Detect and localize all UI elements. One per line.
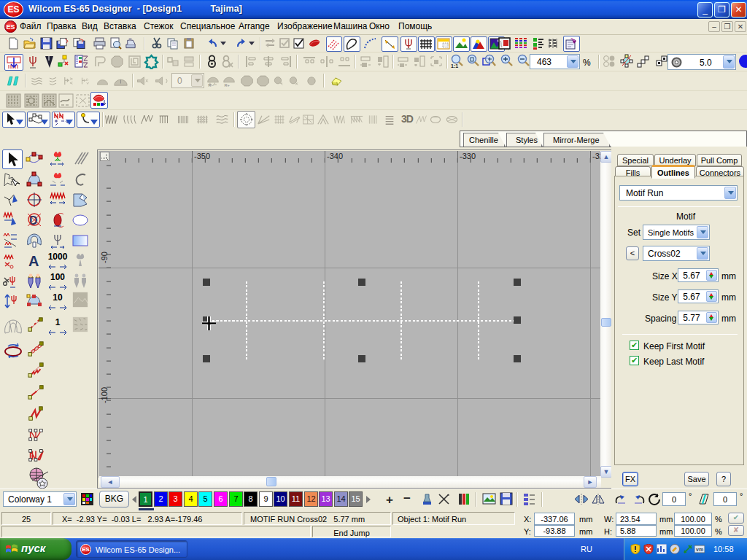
svg-text:R−: R− (208, 83, 214, 88)
svg-text:R+: R+ (224, 83, 230, 88)
svg-text:vm: vm (696, 547, 703, 552)
svg-text:A: A (28, 253, 39, 269)
svg-text:1:1: 1:1 (451, 63, 458, 69)
